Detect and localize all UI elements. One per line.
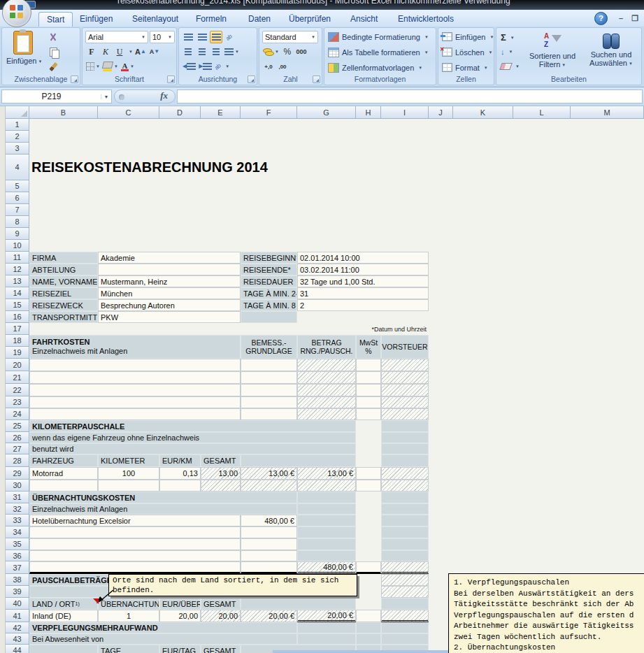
bold-button[interactable]: F — [85, 45, 98, 58]
cell-I39[interactable] — [381, 586, 429, 598]
cell-B23[interactable] — [29, 396, 241, 408]
cell-B41[interactable]: Inland (DE) — [29, 610, 98, 622]
cell-I32[interactable] — [381, 503, 429, 515]
paste-button[interactable]: Einfügen▼ — [6, 31, 40, 74]
cell-C41[interactable]: 1 — [98, 610, 159, 622]
row-header-38[interactable]: 38 — [6, 574, 29, 586]
cell-B35[interactable] — [29, 538, 241, 550]
row-header-19[interactable]: 19 — [6, 347, 29, 359]
cell-B18[interactable]: FAHRTKOSTENEinzelnachweis mit Anlagen — [29, 335, 241, 359]
cell-E30[interactable] — [201, 480, 241, 491]
row-header-37[interactable]: 37 — [6, 561, 29, 574]
cell-G24[interactable] — [297, 408, 356, 420]
minimize-window-button[interactable]: – — [619, 14, 623, 22]
cell-B27[interactable]: benutzt wird — [29, 443, 356, 454]
row-header-3[interactable]: 3 — [6, 143, 29, 155]
cell-I35[interactable] — [381, 538, 429, 550]
cell-B31[interactable]: ÜBERNACHTUNGSKOSTEN — [29, 491, 297, 503]
column-header-B[interactable]: B — [29, 106, 98, 119]
grow-font-button[interactable]: A▲ — [134, 45, 147, 58]
cell-C29[interactable]: 100 — [98, 467, 159, 480]
cell-E40[interactable]: GESAMT — [201, 598, 241, 610]
cell-B36[interactable] — [29, 550, 241, 561]
cell-B26[interactable]: wenn das eigene Fahrzeug ohne Einzelnach… — [29, 432, 356, 443]
row-header-22[interactable]: 22 — [6, 384, 29, 396]
increase-indent-button[interactable]: ▶ — [198, 60, 213, 73]
cell-H18[interactable]: MwSt % — [356, 335, 381, 359]
cell-E29[interactable]: 13,00 — [201, 467, 241, 480]
cell-B42[interactable]: VERPFLEGUNGSMEHRAUFWAND — [29, 622, 297, 633]
cell-I27[interactable] — [381, 443, 429, 454]
cell-G37[interactable]: 480,00 € — [297, 561, 356, 574]
cell-B21[interactable] — [29, 371, 241, 384]
cell-G23[interactable] — [297, 396, 356, 408]
row-header-2[interactable]: 2 — [6, 131, 29, 143]
cell-B22[interactable] — [29, 384, 241, 396]
cell-C15[interactable]: Besprechung Autoren — [98, 299, 241, 311]
tab-entwicklertools[interactable]: Entwicklertools — [390, 12, 461, 27]
column-header-G[interactable]: G — [297, 106, 356, 119]
format-painter-button[interactable] — [45, 60, 61, 73]
insert-function-area[interactable]: fx — [114, 89, 176, 103]
column-header-E[interactable]: E — [201, 106, 241, 119]
cell-H42[interactable] — [356, 622, 381, 633]
cell-I33[interactable] — [381, 515, 429, 526]
column-header-K[interactable]: K — [453, 106, 513, 119]
row-header-6[interactable]: 6 — [6, 192, 29, 204]
row-header-15[interactable]: 15 — [6, 299, 29, 311]
autosum-button[interactable]: Σ▼ — [501, 32, 515, 43]
cell-H24[interactable] — [356, 408, 381, 420]
font-name-combo[interactable]: Arial▼ — [85, 31, 148, 43]
row-header-42[interactable]: 42 — [6, 622, 29, 633]
cell-F37[interactable] — [241, 561, 297, 574]
row-header-14[interactable]: 14 — [6, 287, 29, 299]
formula-input[interactable] — [177, 89, 643, 103]
cell-G11[interactable]: 02.01.2014 10:00 — [297, 252, 429, 264]
cell-B14[interactable]: REISEZIEL — [29, 287, 98, 299]
cell-H37[interactable] — [356, 561, 381, 574]
cell-G36[interactable] — [297, 550, 356, 561]
cell-I40[interactable] — [381, 598, 429, 610]
cell-G20[interactable] — [297, 359, 356, 371]
row-header-12[interactable]: 12 — [6, 264, 29, 275]
cell-G22[interactable] — [297, 384, 356, 396]
cell-G14[interactable]: 31 — [297, 287, 429, 299]
row-header-16[interactable]: 16 — [6, 311, 29, 323]
cell-I28[interactable] — [381, 454, 429, 467]
dialog-launcher-font[interactable] — [167, 76, 175, 83]
cell-F21[interactable] — [241, 371, 297, 384]
cell-C28[interactable]: KILOMETER — [98, 454, 159, 467]
cell-G13[interactable]: 32 Tage und 1,00 Std. — [297, 275, 429, 287]
row-header-20[interactable]: 20 — [6, 359, 29, 371]
cell-H20[interactable] — [356, 359, 381, 371]
cell-G18[interactable]: BETRAG RNG./PAUSCH. — [297, 335, 356, 359]
increase-decimal-button[interactable]: +,0 — [262, 60, 275, 73]
row-header-28[interactable]: 28 — [6, 454, 29, 467]
cell-I21[interactable] — [381, 371, 429, 384]
row-header-23[interactable]: 23 — [6, 396, 29, 408]
cell-B4[interactable]: REISEKOSTENABRECHNUNG 2014 — [29, 155, 297, 180]
cell-I25[interactable] — [381, 420, 429, 432]
tab-einfuegen[interactable]: Einfügen — [72, 12, 120, 27]
copy-button[interactable] — [45, 45, 61, 58]
cell-B44[interactable] — [29, 645, 98, 653]
wrap-text-button[interactable]: ▼ — [214, 60, 230, 73]
dialog-launcher-number[interactable] — [313, 76, 320, 83]
conditional-formatting-button[interactable]: Bedingte Formatierung▼ — [328, 32, 429, 42]
tab-seitenlayout[interactable]: Seitenlayout — [124, 12, 186, 27]
row-header-33[interactable]: 33 — [6, 515, 29, 526]
cell-G42[interactable] — [297, 622, 356, 633]
row-header-40[interactable]: 40 — [6, 598, 29, 610]
row-header-30[interactable]: 30 — [6, 480, 29, 491]
cell-I31[interactable] — [381, 491, 429, 503]
cell-D41[interactable]: 20,00 — [159, 610, 201, 622]
cell-B16[interactable]: TRANSPORTMITTEL — [29, 311, 98, 323]
number-format-combo[interactable]: Standard▼ — [262, 31, 318, 43]
cell-C30[interactable] — [98, 480, 159, 491]
column-header-I[interactable]: I — [381, 106, 429, 119]
cell-F35[interactable] — [241, 538, 297, 550]
column-header-H[interactable]: H — [356, 106, 381, 119]
row-header-34[interactable]: 34 — [6, 526, 29, 538]
cell-B25[interactable]: KILOMETERPAUSCHALE — [29, 420, 356, 432]
cell-G34[interactable] — [297, 526, 356, 538]
